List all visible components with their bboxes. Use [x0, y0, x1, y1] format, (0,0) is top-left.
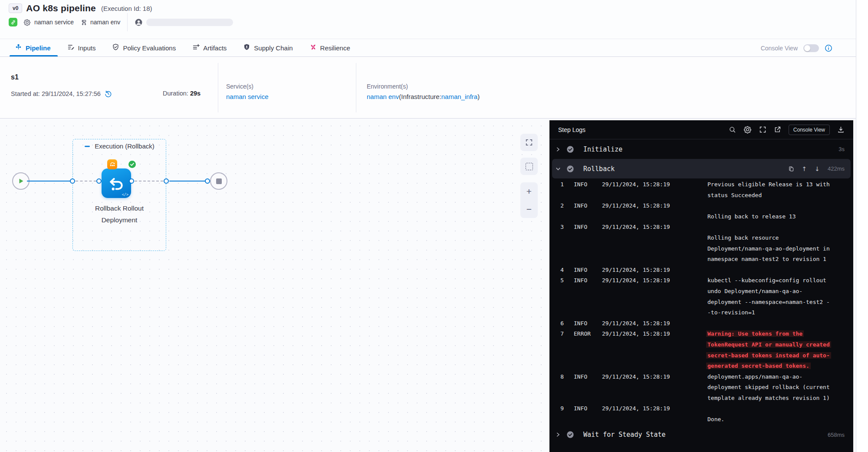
log-lines[interactable]: 1INFO29/11/2024, 15:28:19 Previous eligi… — [549, 178, 853, 425]
fit-view-button[interactable] — [520, 134, 538, 151]
stage-name: s1 — [11, 73, 19, 81]
version-badge: v0 — [9, 3, 22, 13]
tab-supply-chain[interactable]: Supply Chain — [243, 39, 293, 56]
log-level: INFO — [574, 372, 602, 383]
page-header: v0 AO k8s pipeline (Execution Id: 18) na… — [0, 0, 856, 39]
started-at: Started at: 29/11/2024, 15:27:56 — [11, 90, 112, 98]
tab-policy-evaluations[interactable]: Policy Evaluations — [112, 39, 176, 56]
fit-view-icon — [525, 139, 533, 146]
step-logs-header: Step Logs Console View — [549, 120, 853, 139]
log-section-rollback[interactable]: Rollback ↑ ↓ 422ms — [552, 159, 851, 178]
meta-row: naman service naman env — [9, 17, 233, 27]
scroll-up-icon[interactable]: ↑ — [802, 165, 807, 172]
log-level: INFO — [574, 403, 602, 414]
log-entry: 7ERROR29/11/2024, 15:28:19 Warning: Use … — [549, 329, 853, 371]
gear-icon[interactable] — [23, 19, 31, 26]
log-message: Warning: Use tokens from theTokenRequest… — [707, 329, 853, 371]
log-timestamp: 29/11/2024, 15:28:19 — [602, 179, 707, 190]
stage-divider — [218, 63, 218, 112]
header-divider — [127, 13, 128, 31]
zoom-in-button[interactable]: + — [520, 187, 538, 196]
environment-icon — [81, 19, 87, 26]
stage-divider-2 — [356, 63, 356, 112]
log-line-number: 3 — [549, 222, 564, 233]
rollback-step-node[interactable]: </> — [102, 168, 131, 198]
inputs-icon — [67, 43, 75, 52]
resilience-icon — [309, 43, 317, 52]
connector-dashed — [76, 181, 96, 181]
step-logs-panel: Step Logs Console View — [549, 120, 853, 452]
zoom-controls: + − — [520, 182, 538, 218]
log-message: Done. — [707, 403, 853, 425]
supply-chain-shield-icon — [243, 43, 250, 52]
console-view-label: Console View — [761, 45, 798, 52]
info-icon[interactable] — [825, 44, 832, 52]
log-message: Rolling back to release 13 — [707, 201, 853, 222]
zoom-out-button[interactable]: − — [520, 205, 538, 214]
page-right-border — [856, 0, 856, 452]
env-name[interactable]: naman env — [90, 19, 120, 26]
environment-link[interactable]: naman env(Infrastructure:naman_infra) — [367, 93, 480, 100]
log-timestamp: 29/11/2024, 15:28:19 — [602, 403, 707, 414]
connector-line — [27, 181, 70, 181]
chevron-right-icon — [556, 432, 561, 437]
tab-inputs[interactable]: Inputs — [67, 39, 96, 56]
tab-pipeline[interactable]: Pipeline — [15, 39, 51, 56]
connector-port — [129, 178, 134, 184]
history-icon[interactable] — [104, 90, 112, 98]
section-duration: 422ms — [828, 165, 845, 172]
log-level: INFO — [574, 179, 602, 190]
log-line-number: 9 — [549, 403, 564, 414]
status-success-icon — [566, 165, 574, 173]
open-in-new-icon[interactable] — [774, 126, 781, 133]
status-success-icon — [566, 145, 574, 153]
tab-artifacts[interactable]: Artifacts — [192, 39, 227, 56]
console-view-button[interactable]: Console View — [789, 125, 830, 135]
step-success-icon — [128, 160, 137, 169]
end-node — [210, 172, 227, 190]
log-line-number: 1 — [549, 179, 564, 190]
log-level: INFO — [574, 201, 602, 211]
tab-resilience[interactable]: Resilience — [309, 39, 350, 56]
scroll-down-icon[interactable]: ↓ — [815, 165, 820, 172]
log-section-wait-for-steady-state[interactable]: Wait for Steady State 658ms — [549, 425, 853, 445]
copy-icon[interactable] — [788, 166, 794, 172]
select-region-icon — [526, 163, 533, 170]
expand-icon[interactable] — [759, 126, 766, 133]
service-link[interactable]: naman service — [226, 93, 269, 100]
stage-info-bar: s1 Started at: 29/11/2024, 15:27:56 Dura… — [0, 57, 856, 119]
log-entry: 9INFO29/11/2024, 15:28:19 Done. — [549, 403, 853, 425]
select-region-button[interactable] — [520, 158, 538, 175]
pipeline-icon — [15, 43, 22, 52]
stage-duration: Duration: 29s — [163, 90, 201, 97]
log-entry: 8INFO29/11/2024, 15:28:19 deployment.app… — [549, 372, 853, 404]
artifacts-icon — [192, 43, 200, 52]
tab-bar: Pipeline Inputs Policy Evaluations — [0, 39, 856, 57]
policy-shield-icon — [112, 43, 119, 52]
connector-port — [96, 178, 102, 184]
section-duration: 3s — [838, 146, 845, 152]
rollback-rollout-badge-icon — [107, 159, 117, 169]
console-view-toggle[interactable] — [803, 44, 819, 52]
link-icon — [9, 18, 17, 26]
execution-group-label: Execution (Rollback) — [72, 142, 166, 150]
redacted-user-info — [146, 19, 233, 26]
collapse-icon[interactable] — [84, 143, 90, 149]
log-timestamp: 29/11/2024, 15:28:19 — [602, 275, 707, 286]
log-line-number: 8 — [549, 372, 564, 383]
search-icon[interactable] — [729, 126, 736, 133]
log-line-number: 2 — [549, 201, 564, 211]
title-row: v0 AO k8s pipeline (Execution Id: 18) — [9, 3, 152, 13]
step-label: Rollback Rollout Deployment — [64, 202, 175, 226]
download-icon[interactable] — [837, 126, 845, 133]
log-section-initialize[interactable]: Initialize 3s — [549, 139, 853, 159]
log-level: INFO — [574, 265, 602, 276]
user-icon — [135, 18, 143, 26]
log-settings-gear-icon[interactable] — [743, 125, 752, 134]
log-message — [707, 318, 853, 329]
log-timestamp: 29/11/2024, 15:28:19 — [602, 318, 707, 329]
log-message: Rolling back resourceDeployment/naman-qa… — [707, 222, 853, 264]
service-name[interactable]: naman service — [34, 19, 74, 26]
log-line-number: 4 — [549, 265, 564, 276]
code-badge: </> — [122, 192, 128, 197]
